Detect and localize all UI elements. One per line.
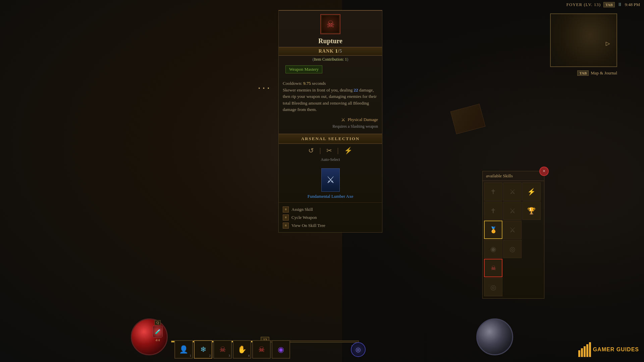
damage-type-icon: ⚔ xyxy=(341,117,345,123)
minimap[interactable]: ▷ xyxy=(550,13,617,67)
action-list: ≡ Assign Skill ≡ Cycle Weapon ≡ View On … xyxy=(279,202,382,232)
damage-type-row: ⚔ Physical Damage xyxy=(279,116,382,124)
skill-hotkey-3[interactable]: ☠ 3 xyxy=(213,340,232,359)
action-cycle-label: Cycle Weapon xyxy=(291,215,317,220)
skill-slot-2-3[interactable]: 🏆 xyxy=(522,201,541,220)
skills-row-2: ✝ ⚔ 🏆 xyxy=(484,201,543,220)
skill-slot-4-2[interactable]: ◎ xyxy=(503,240,522,258)
logo-bar-4 xyxy=(586,344,588,357)
skill-slot-icon: ✝ xyxy=(490,188,496,196)
skill-slot-icon: ◎ xyxy=(490,283,496,291)
cooldown-value: 9.75 xyxy=(303,81,311,86)
skill-slot-2-1[interactable]: ✝ xyxy=(484,201,502,220)
hotkey-icon-4: ✋ xyxy=(237,345,247,354)
hotkey-icon-2: ❄ xyxy=(200,345,206,354)
flask-key: Q xyxy=(155,320,160,325)
logo-bar-2 xyxy=(581,348,583,357)
hotkey-num-2: 2 xyxy=(209,354,211,357)
action-key-view: ≡ xyxy=(283,223,289,229)
item-contribution-value: 1 xyxy=(345,57,347,62)
tag-container: Weapon Mastery xyxy=(279,63,382,77)
skill-hotkey-6[interactable]: ◉ xyxy=(272,340,290,359)
skill-symbol: ☠ xyxy=(326,19,335,30)
top-hud: FOYER (LV. 13) TAB ⏸ 9:48 PM xyxy=(562,0,644,9)
skill-slot-3-2[interactable]: ⚔ xyxy=(503,221,522,239)
action-key-assign: ≡ xyxy=(283,206,289,213)
logo-bar-5 xyxy=(589,342,591,357)
skill-slot-1-3[interactable]: ⚡ xyxy=(522,182,541,201)
weapon-display: ⚔ Fundamental Lumber Axe xyxy=(279,165,382,202)
skill-slot-6-1[interactable]: ◎ xyxy=(484,278,502,296)
description-text: Skewer enemies in front of you, dealing xyxy=(283,87,353,93)
skill-slot-2-2[interactable]: ⚔ xyxy=(503,201,522,220)
skill-slot-5-1-rupture[interactable]: ☠ xyxy=(484,259,502,277)
flask-count: 4/4 xyxy=(156,338,160,342)
logo-bar-3 xyxy=(584,346,586,357)
action-cycle[interactable]: ≡ Cycle Weapon xyxy=(283,214,378,222)
arsenal-icon-cycle: ↺ xyxy=(308,146,314,155)
skills-grid: ✝ ⚔ ⚡ ✝ ⚔ 🏆 xyxy=(483,181,544,298)
skill-slot-icon: 🏅 xyxy=(490,226,497,234)
rank-current: 1 xyxy=(335,49,338,54)
damage-value: 22 xyxy=(354,87,358,93)
cooldown-unit: seconds xyxy=(312,81,326,86)
flask-icon[interactable]: 🧪 xyxy=(153,326,163,338)
skill-slot-icon: ⚔ xyxy=(509,188,516,196)
rank-bar: RANK 1/5 xyxy=(279,47,382,56)
action-view-skill-tree[interactable]: ≡ View On Skill Tree xyxy=(283,222,378,230)
skill-slot-1-2[interactable]: ⚔ xyxy=(503,182,522,201)
arsenal-icon-dual: ⚡ xyxy=(344,146,353,155)
arsenal-header: ARSENAL SELECTION xyxy=(279,134,382,144)
arsenal-icons: ↺ | ✂ | ⚡ xyxy=(279,144,382,157)
tab-key-label: TAB xyxy=(577,70,589,76)
watermark-text: GAMER GUIDES xyxy=(593,347,639,353)
minimap-arrow: ▷ xyxy=(606,40,610,47)
weapon-icon: ⚔ xyxy=(321,168,340,192)
skill-slot-3-1[interactable]: 🏅 xyxy=(484,221,502,239)
skills-row-5: ☠ xyxy=(484,259,543,277)
skill-icon-container: ☠ xyxy=(279,11,382,36)
skill-slot-icon: ⚡ xyxy=(527,188,536,196)
rank-max: 5 xyxy=(339,49,342,54)
tab-key-badge: TAB xyxy=(603,2,615,7)
skills-row-1: ✝ ⚔ ⚡ xyxy=(484,182,543,201)
watermark-logo xyxy=(578,342,591,357)
skill-slot-4-1[interactable]: ◉ xyxy=(484,240,502,258)
item-contribution-label: Item Contribution: xyxy=(314,57,344,62)
skill-description: Cooldown: 9.75 seconds Skewer enemies in… xyxy=(279,77,382,116)
weapon-name: Fundamental Lumber Axe xyxy=(308,194,353,199)
hotkey-icon-3: ☠ xyxy=(219,345,226,354)
skills-row-3: 🏅 ⚔ xyxy=(484,221,543,239)
hotkey-icon-1: 👤 xyxy=(179,345,188,354)
weapon-symbol: ⚔ xyxy=(326,174,335,185)
skill-slot-icon: 🏆 xyxy=(527,207,536,215)
skill-hotkey-4[interactable]: ✋ 4 xyxy=(233,340,251,359)
skill-hotkey-5[interactable]: ☠ xyxy=(252,340,271,359)
skill-slot-icon: ◎ xyxy=(509,245,515,253)
skills-row-4: ◉ ◎ xyxy=(484,240,543,258)
arsenal-divider-1: | xyxy=(319,146,321,154)
skill-hotkey-1[interactable]: 👤 1 xyxy=(174,340,193,359)
hotkey-icon-5: ☠ xyxy=(258,345,265,354)
action-assign[interactable]: ≡ Assign Skill xyxy=(283,205,378,214)
skill-hotkey-2[interactable]: ❄ 2 xyxy=(194,340,212,359)
flask-area: Q 🧪 4/4 xyxy=(153,320,163,342)
dots-indicator: • • • xyxy=(258,85,270,92)
player-location: FOYER (LV. 13) xyxy=(567,2,601,7)
weapon-mastery-tag: Weapon Mastery xyxy=(285,65,322,73)
map-journal-label: Map & Journal xyxy=(591,70,617,76)
action-view-label: View On Skill Tree xyxy=(291,223,325,228)
action-assign-label: Assign Skill xyxy=(291,207,313,212)
hotkey-icon-6: ◉ xyxy=(278,345,284,354)
close-skills-panel-button[interactable]: × xyxy=(539,167,549,176)
damage-type-label: Physical Damage xyxy=(347,117,378,122)
skills-row-6: ◎ xyxy=(484,278,543,296)
hotkey-num-4: 4 xyxy=(248,354,250,357)
portal-button[interactable]: ◎ xyxy=(351,342,366,357)
skill-name: Rupture xyxy=(279,36,382,47)
auto-select-label: Auto-Select xyxy=(279,157,382,165)
hotkey-num-1: 1 xyxy=(190,354,192,357)
logo-bar-1 xyxy=(578,350,580,357)
skill-slot-icon: ◉ xyxy=(490,245,496,253)
skill-slot-1-1[interactable]: ✝ xyxy=(484,182,502,201)
